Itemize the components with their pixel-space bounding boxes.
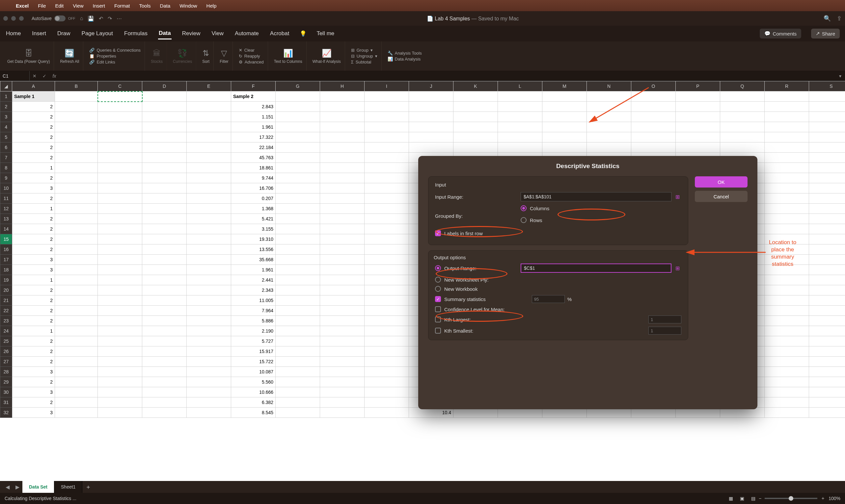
cell[interactable] bbox=[364, 295, 409, 306]
cell[interactable] bbox=[98, 204, 142, 214]
cell[interactable] bbox=[542, 102, 587, 112]
cell[interactable]: 1 bbox=[12, 204, 55, 214]
cell[interactable] bbox=[276, 224, 320, 234]
cell[interactable] bbox=[98, 173, 142, 183]
row-header[interactable]: 28 bbox=[0, 367, 12, 377]
cell[interactable] bbox=[765, 387, 809, 397]
cell[interactable] bbox=[809, 194, 845, 204]
cell[interactable]: 2 bbox=[12, 132, 55, 142]
tab-data[interactable]: Data bbox=[158, 28, 172, 39]
column-header[interactable]: G bbox=[276, 81, 320, 91]
minimize-icon[interactable] bbox=[11, 16, 16, 21]
cell[interactable] bbox=[187, 102, 231, 112]
cell[interactable] bbox=[142, 132, 187, 142]
cell[interactable] bbox=[809, 367, 845, 377]
cell[interactable] bbox=[631, 112, 676, 122]
cell[interactable] bbox=[55, 132, 98, 142]
page-break-icon[interactable]: ▤ bbox=[747, 496, 759, 501]
cell[interactable] bbox=[276, 285, 320, 295]
cell[interactable] bbox=[98, 245, 142, 255]
cell[interactable]: 7.964 bbox=[231, 306, 276, 316]
cell[interactable] bbox=[409, 91, 453, 102]
subtotal-button[interactable]: Σ Subtotal bbox=[351, 59, 372, 65]
cell[interactable] bbox=[765, 234, 809, 245]
cell[interactable] bbox=[320, 183, 364, 194]
cell[interactable] bbox=[98, 214, 142, 224]
cell[interactable] bbox=[364, 336, 409, 346]
cell[interactable] bbox=[187, 295, 231, 306]
cell[interactable]: 1.368 bbox=[231, 204, 276, 214]
cell[interactable] bbox=[320, 387, 364, 397]
cell[interactable] bbox=[55, 102, 98, 112]
cell[interactable] bbox=[409, 142, 453, 152]
add-sheet-icon[interactable]: ＋ bbox=[82, 483, 94, 491]
cell[interactable] bbox=[765, 255, 809, 265]
cell[interactable] bbox=[187, 234, 231, 245]
filter-button[interactable]: ▽Filter bbox=[216, 41, 233, 71]
cell[interactable] bbox=[187, 357, 231, 367]
cell[interactable] bbox=[765, 285, 809, 295]
cell[interactable] bbox=[542, 91, 587, 102]
get-data-button[interactable]: 🗄Get Data (Power Query) bbox=[3, 41, 54, 71]
row-header[interactable]: 20 bbox=[0, 285, 12, 295]
close-icon[interactable] bbox=[3, 16, 8, 21]
cell[interactable] bbox=[409, 102, 453, 112]
row-header[interactable]: 21 bbox=[0, 295, 12, 306]
cell[interactable]: 1.961 bbox=[231, 265, 276, 275]
column-header[interactable]: J bbox=[409, 81, 453, 91]
cell[interactable] bbox=[409, 122, 453, 132]
row-header[interactable]: 2 bbox=[0, 102, 12, 112]
cell[interactable] bbox=[587, 102, 631, 112]
cell[interactable] bbox=[364, 142, 409, 152]
cell[interactable] bbox=[98, 346, 142, 357]
cell[interactable] bbox=[142, 234, 187, 245]
cell[interactable] bbox=[142, 245, 187, 255]
cell[interactable] bbox=[276, 183, 320, 194]
cell[interactable] bbox=[453, 132, 498, 142]
cell[interactable] bbox=[55, 336, 98, 346]
cell[interactable] bbox=[276, 163, 320, 173]
tab-formulas[interactable]: Formulas bbox=[123, 28, 148, 39]
cell[interactable] bbox=[809, 275, 845, 285]
cell[interactable] bbox=[364, 265, 409, 275]
cell[interactable] bbox=[320, 142, 364, 152]
cell[interactable] bbox=[55, 255, 98, 265]
cell[interactable]: 2 bbox=[12, 295, 55, 306]
cell[interactable] bbox=[55, 408, 98, 418]
cell[interactable] bbox=[98, 336, 142, 346]
cell[interactable] bbox=[765, 183, 809, 194]
expand-formula-icon[interactable]: ▾ bbox=[835, 73, 845, 79]
cancel-button[interactable]: Cancel bbox=[695, 191, 747, 202]
output-range-field[interactable] bbox=[521, 264, 671, 273]
reapply-button[interactable]: ↻ Reapply bbox=[239, 54, 260, 58]
cell[interactable] bbox=[187, 336, 231, 346]
cell[interactable]: 3 bbox=[12, 387, 55, 397]
cell[interactable] bbox=[765, 194, 809, 204]
cell[interactable] bbox=[364, 152, 409, 163]
cell[interactable] bbox=[631, 102, 676, 112]
cell[interactable] bbox=[542, 122, 587, 132]
cell[interactable] bbox=[276, 112, 320, 122]
cell[interactable] bbox=[453, 122, 498, 132]
column-header[interactable]: R bbox=[765, 81, 809, 91]
cell[interactable] bbox=[187, 214, 231, 224]
cell[interactable] bbox=[765, 91, 809, 102]
cell[interactable] bbox=[320, 326, 364, 336]
cell[interactable] bbox=[809, 245, 845, 255]
cell[interactable] bbox=[142, 285, 187, 295]
cell[interactable] bbox=[55, 204, 98, 214]
cell[interactable] bbox=[187, 265, 231, 275]
queries-connections-button[interactable]: 🔗 Queries & Connections bbox=[89, 48, 141, 53]
cell[interactable] bbox=[676, 91, 720, 102]
cell[interactable] bbox=[276, 265, 320, 275]
cell[interactable] bbox=[55, 326, 98, 336]
cell[interactable] bbox=[276, 102, 320, 112]
cell[interactable] bbox=[55, 142, 98, 152]
cell[interactable] bbox=[142, 357, 187, 367]
menu-view[interactable]: View bbox=[73, 3, 83, 8]
row-header[interactable]: 3 bbox=[0, 112, 12, 122]
cell[interactable] bbox=[320, 357, 364, 367]
cell[interactable] bbox=[320, 204, 364, 214]
cell[interactable] bbox=[364, 224, 409, 234]
cell[interactable] bbox=[55, 122, 98, 132]
